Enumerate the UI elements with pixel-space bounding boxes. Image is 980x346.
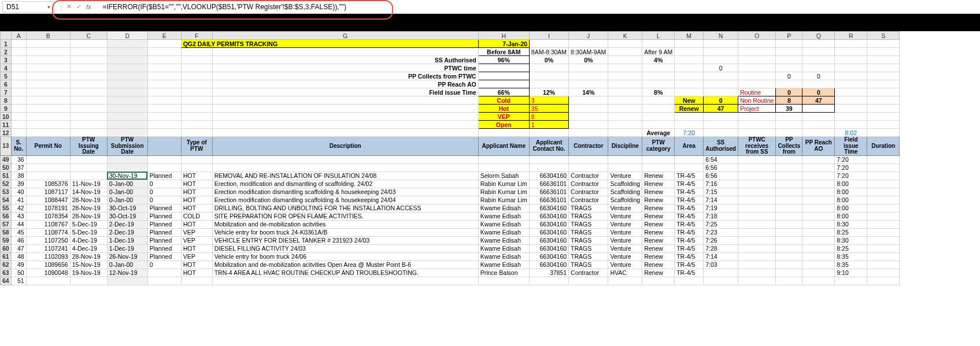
- cell[interactable]: TR-4/5: [675, 188, 704, 196]
- cell[interactable]: [181, 277, 212, 285]
- cell[interactable]: [835, 277, 867, 285]
- cell[interactable]: 0: [147, 261, 181, 269]
- cell[interactable]: 8:00: [835, 180, 867, 188]
- cell[interactable]: 66304160: [529, 228, 568, 236]
- formula-input[interactable]: [99, 2, 978, 12]
- cell[interactable]: [867, 252, 900, 261]
- cell[interactable]: 51: [11, 277, 26, 285]
- row-header[interactable]: 53: [1, 188, 12, 196]
- cell[interactable]: [738, 228, 775, 236]
- cell[interactable]: [803, 204, 835, 212]
- cell[interactable]: [776, 204, 803, 212]
- cell[interactable]: 8:00: [835, 188, 867, 196]
- name-box[interactable]: D51 ▾: [2, 1, 54, 13]
- row-header[interactable]: 56: [1, 212, 12, 220]
- cell[interactable]: 1-Dec-19: [107, 244, 147, 252]
- cell[interactable]: [147, 269, 181, 277]
- cell[interactable]: TRAGS: [569, 261, 608, 269]
- cell[interactable]: 8:25: [835, 244, 867, 252]
- cell[interactable]: Venture: [608, 212, 642, 220]
- cell[interactable]: 66636101: [529, 188, 568, 196]
- cell[interactable]: [608, 163, 642, 172]
- cell[interactable]: Renew: [642, 172, 675, 180]
- cell[interactable]: Scaffolding: [608, 196, 642, 204]
- col-N[interactable]: N: [704, 32, 738, 40]
- cell[interactable]: [776, 196, 803, 204]
- cell[interactable]: [803, 220, 835, 228]
- cell[interactable]: [776, 252, 803, 261]
- cell[interactable]: 2-Dec-19: [107, 228, 147, 236]
- cell[interactable]: 41: [11, 196, 26, 204]
- cell[interactable]: 66304160: [529, 220, 568, 228]
- table-row[interactable]: 5340108711714-Nov-190-Jan-000HOTErection…: [1, 188, 900, 196]
- cell[interactable]: [529, 163, 568, 172]
- cell[interactable]: Venture: [608, 236, 642, 244]
- cell[interactable]: TRAGS: [569, 252, 608, 261]
- cell[interactable]: 7:14: [704, 196, 738, 204]
- col-J[interactable]: J: [569, 32, 608, 40]
- cell[interactable]: 49: [11, 261, 26, 269]
- cell[interactable]: TRAGS: [569, 236, 608, 244]
- cell[interactable]: Renew: [642, 220, 675, 228]
- row-header[interactable]: 61: [1, 252, 12, 261]
- cell[interactable]: 66304160: [529, 252, 568, 261]
- cell[interactable]: [867, 188, 900, 196]
- cell[interactable]: 5-Dec-19: [70, 220, 107, 228]
- row-header[interactable]: 60: [1, 244, 12, 252]
- cell[interactable]: 28-Nov-19: [70, 252, 107, 261]
- cell[interactable]: [478, 163, 529, 172]
- cell[interactable]: Selorm Sabah: [478, 172, 529, 180]
- cell[interactable]: Renew: [642, 196, 675, 204]
- col-K[interactable]: K: [608, 32, 642, 40]
- hdr-ssauth[interactable]: SS Authorised: [704, 137, 738, 156]
- cell[interactable]: [803, 180, 835, 188]
- cell[interactable]: [70, 155, 107, 163]
- cell[interactable]: [776, 228, 803, 236]
- hdr-appc[interactable]: Applicant Contact No.: [529, 137, 568, 156]
- cell[interactable]: [107, 155, 147, 163]
- cell[interactable]: TRAGS: [569, 228, 608, 236]
- col-E[interactable]: E: [147, 32, 181, 40]
- cell[interactable]: 37: [11, 163, 26, 172]
- row-header[interactable]: 63: [1, 269, 12, 277]
- cell[interactable]: 7:20: [835, 155, 867, 163]
- cell[interactable]: [867, 228, 900, 236]
- cell[interactable]: Planned: [147, 172, 181, 180]
- col-D[interactable]: D: [107, 32, 147, 40]
- cell[interactable]: DRILLING, BOLTING AND UNBOLTING FOR THE …: [212, 204, 478, 212]
- select-all[interactable]: [1, 32, 12, 40]
- cell[interactable]: SITE PREPARATION FOR OPEN FLAME ACTIVITI…: [212, 212, 478, 220]
- cell[interactable]: [803, 252, 835, 261]
- cell[interactable]: [26, 155, 70, 163]
- cell[interactable]: 36: [11, 155, 26, 163]
- cell[interactable]: [867, 277, 900, 285]
- row-header[interactable]: 52: [1, 180, 12, 188]
- cell[interactable]: [803, 163, 835, 172]
- cell[interactable]: [803, 188, 835, 196]
- cell[interactable]: [478, 277, 529, 285]
- table-row[interactable]: 604711072414-Dec-191-Dec-19PlannedHOTDIE…: [1, 244, 900, 252]
- cell[interactable]: 0-Jan-00: [107, 180, 147, 188]
- cell[interactable]: [569, 155, 608, 163]
- cell[interactable]: 4-Dec-19: [70, 236, 107, 244]
- table-row[interactable]: 594611072504-Dec-191-Dec-19PlannedVEPVEH…: [1, 236, 900, 244]
- table-row[interactable]: 5239108537611-Nov-190-Jan-000HOTErection…: [1, 180, 900, 188]
- cell[interactable]: [867, 155, 900, 163]
- cell[interactable]: [642, 155, 675, 163]
- cell[interactable]: 7:18: [704, 212, 738, 220]
- cell[interactable]: [212, 277, 478, 285]
- cell[interactable]: [803, 196, 835, 204]
- cell[interactable]: [675, 277, 704, 285]
- cell[interactable]: VEP: [181, 236, 212, 244]
- cell[interactable]: 43: [11, 212, 26, 220]
- row-header[interactable]: 58: [1, 228, 12, 236]
- cell[interactable]: 47: [11, 244, 26, 252]
- cell[interactable]: Planned: [147, 212, 181, 220]
- cell[interactable]: TR-4/5: [675, 204, 704, 212]
- cell[interactable]: [738, 212, 775, 220]
- cell[interactable]: Planned: [147, 236, 181, 244]
- cell[interactable]: TR-4/5: [675, 244, 704, 252]
- cell[interactable]: Renew: [642, 188, 675, 196]
- cell[interactable]: [776, 180, 803, 188]
- row-header[interactable]: 62: [1, 261, 12, 269]
